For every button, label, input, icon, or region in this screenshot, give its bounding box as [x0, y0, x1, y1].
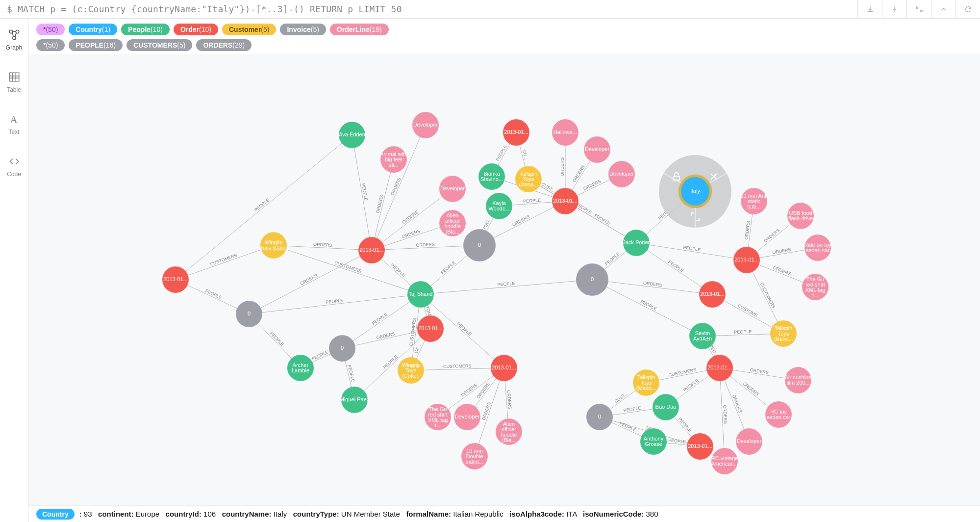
edge[interactable]: [249, 250, 372, 314]
collapse-button[interactable]: [906, 0, 931, 18]
node-people[interactable]: Bao Dao: [653, 394, 678, 420]
node-orderline[interactable]: Developer: [736, 429, 762, 454]
rel-pill-ORDERS[interactable]: ORDERS(29): [196, 39, 251, 51]
view-table[interactable]: Table: [0, 61, 28, 103]
prop-countryId: countryId: 106: [166, 510, 216, 518]
edge[interactable]: [352, 135, 372, 250]
edge[interactable]: [342, 329, 430, 348]
rel-pill-CUSTOMERS[interactable]: CUSTOMERS(5): [126, 39, 192, 51]
node-orderline[interactable]: 10 mm Antistaticbub...: [740, 188, 767, 214]
node-orderline[interactable]: Air cushionfilm 200...: [785, 367, 811, 393]
edge[interactable]: [372, 125, 426, 250]
node-invoice[interactable]: 0: [329, 336, 355, 361]
node-orderline[interactable]: Ride on toysedan car: [804, 235, 831, 261]
node-orderline[interactable]: Animal withbig feetsli...: [380, 147, 407, 172]
node-people[interactable]: KaylaWoodc...: [486, 193, 512, 219]
node-order[interactable]: 2013-01...: [359, 237, 384, 263]
edge[interactable]: [342, 294, 421, 348]
label-pill-Country[interactable]: Country(1): [69, 24, 117, 35]
label-pill-People[interactable]: People(10): [121, 24, 170, 35]
edge[interactable]: [592, 280, 703, 336]
node-orderline[interactable]: Developer: [454, 404, 480, 430]
node-orderline[interactable]: Developer: [584, 137, 610, 162]
svg-point-57: [342, 387, 367, 413]
view-graph[interactable]: Graph: [0, 19, 28, 61]
rel-pill-star[interactable]: *(50): [36, 39, 65, 51]
node-order[interactable]: 2013-01...: [418, 316, 443, 341]
node-orderline[interactable]: Alienofficerhoodie(Bla...: [440, 210, 465, 236]
node-orderline[interactable]: Developer: [413, 112, 438, 138]
view-text[interactable]: A Text: [0, 103, 28, 145]
node-orderline[interactable]: Hallowe...: [553, 120, 578, 145]
node-orderline[interactable]: Developer: [609, 161, 634, 187]
edge[interactable]: [274, 245, 372, 250]
node-customer[interactable]: TailspinToys(Anna...: [516, 166, 541, 192]
node-order[interactable]: 2013-01...: [163, 267, 188, 292]
node-orderline[interactable]: Alienofficerhoodie(Bla...: [496, 419, 522, 444]
node-invoice[interactable]: 0: [236, 301, 262, 327]
node-order[interactable]: 2013-01...: [491, 355, 517, 381]
label-pill-Customer[interactable]: Customer(5): [222, 24, 276, 35]
node-orderline[interactable]: Developer: [440, 176, 465, 202]
edge[interactable]: [274, 245, 421, 294]
node-people[interactable]: Jack Potter: [623, 230, 650, 256]
graph-canvas[interactable]: PEO...PEOPLECUSTOMERSPEOPLEPEOPLEPEOPLEO…: [28, 54, 980, 505]
node-order[interactable]: 2013-01...: [700, 282, 725, 307]
node-customer[interactable]: WingtipToys(Coker,: [398, 358, 424, 383]
pin-button[interactable]: [882, 0, 906, 18]
cypher-query[interactable]: $ MATCH p = (c:Country {countryName:"Ita…: [0, 4, 857, 14]
edge[interactable]: [176, 245, 274, 280]
rerun-button[interactable]: [955, 0, 980, 18]
node-people[interactable]: BiankaStavino...: [479, 164, 504, 189]
edge-label: PEOPLE: [390, 262, 406, 278]
node-invoice[interactable]: 0: [464, 230, 495, 261]
node-people[interactable]: Miguel Paez: [340, 387, 370, 413]
node-orderline[interactable]: RC vintageAmerican...: [711, 448, 738, 474]
selected-label-chip[interactable]: Country: [36, 509, 75, 520]
label-pill-OrderLine[interactable]: OrderLine(19): [330, 24, 389, 35]
label-pill-Invoice[interactable]: Invoice(5): [280, 24, 326, 35]
node-people[interactable]: SevimAydA±n: [690, 323, 715, 349]
node-orderline[interactable]: "The Gu"red shirtXML tagt...: [803, 274, 828, 300]
node-order[interactable]: 2013-01...: [707, 355, 732, 381]
node-order[interactable]: 2013-01...: [553, 188, 578, 214]
graph-svg[interactable]: PEO...PEOPLECUSTOMERSPEOPLEPEOPLEPEOPLEO…: [28, 54, 980, 505]
edge[interactable]: [411, 368, 504, 370]
svg-point-19: [687, 434, 713, 459]
node-people[interactable]: Ava Edden: [339, 122, 365, 148]
node-invoice[interactable]: 0: [577, 264, 608, 295]
node-order[interactable]: 2013-01...: [734, 247, 759, 273]
caret-up-button[interactable]: [931, 0, 955, 18]
rel-pill-PEOPLE[interactable]: PEOPLE(16): [69, 39, 123, 51]
node-customer[interactable]: TailspinToys(Hano...: [771, 321, 796, 346]
edge[interactable]: [372, 245, 479, 250]
node-order[interactable]: 2013-01...: [687, 434, 713, 459]
node-order[interactable]: 2013-01...: [503, 120, 529, 145]
node-orderline[interactable]: USB foodflash drive: [788, 203, 813, 229]
node-people[interactable]: AnthonyGrosse: [641, 429, 666, 454]
edge[interactable]: [592, 280, 712, 294]
label-pill-Order[interactable]: Order(10): [174, 24, 218, 35]
node-customer[interactable]: WingtipToys (Cale,: [260, 233, 287, 258]
edge[interactable]: [372, 159, 394, 250]
node-customer[interactable]: TailspinToys(Mada...: [633, 370, 659, 395]
svg-point-49: [479, 164, 504, 189]
edge[interactable]: [636, 243, 747, 260]
view-code[interactable]: Code: [0, 145, 28, 187]
edge[interactable]: [421, 280, 592, 294]
edge[interactable]: [176, 135, 352, 280]
node-orderline[interactable]: 10 mmDoublesided...: [462, 444, 487, 469]
edge-label: PEOPLE: [683, 245, 701, 252]
download-button[interactable]: [857, 0, 882, 18]
edge-label: ORDERS: [763, 228, 780, 243]
label-pill-star[interactable]: *(50): [36, 24, 65, 35]
node-people[interactable]: ArcherLamble: [288, 355, 313, 381]
node-invoice[interactable]: 0: [587, 404, 612, 430]
edge[interactable]: [720, 368, 725, 461]
edge-label: PEOPLE: [456, 321, 473, 337]
node-orderline[interactable]: "The Gu"red shirtXML tagt...: [425, 404, 451, 430]
edge[interactable]: [249, 294, 421, 314]
node-people[interactable]: Taj Shand: [408, 282, 433, 307]
prop-countryType: countryType: UN Member State: [293, 510, 400, 518]
node-orderline[interactable]: RC toysedan car: [766, 402, 791, 427]
